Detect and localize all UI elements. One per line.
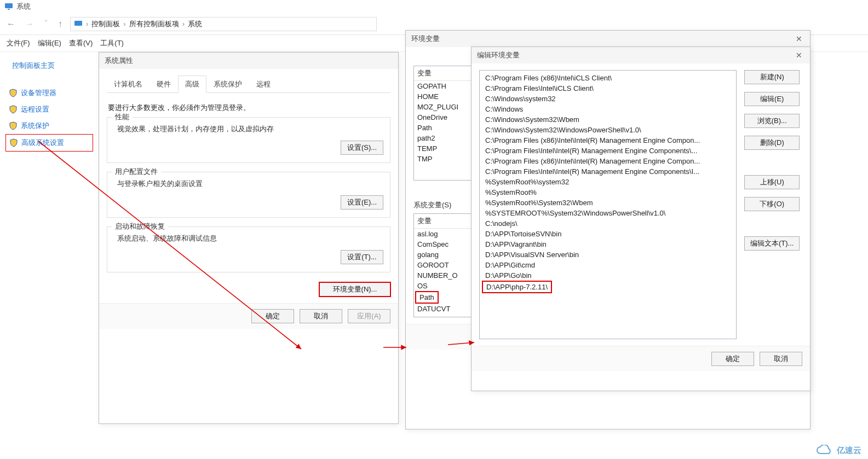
- list-item[interactable]: GOPATH: [414, 81, 472, 91]
- history-dropdown[interactable]: ˅: [42, 16, 50, 31]
- path-entry[interactable]: D:\APP\Vagrant\bin: [480, 239, 736, 249]
- tab-advanced[interactable]: 高级: [178, 75, 206, 93]
- list-item[interactable]: golang: [414, 249, 472, 260]
- menu-view[interactable]: 查看(V): [69, 38, 93, 48]
- delete-button[interactable]: 删除(D): [744, 136, 800, 150]
- list-item[interactable]: asl.log: [414, 229, 472, 239]
- list-item[interactable]: MOZ_PLUGI: [414, 102, 472, 112]
- shield-icon: [9, 105, 18, 114]
- list-item[interactable]: GOROOT: [414, 260, 472, 270]
- sidebar-item-remote[interactable]: 远程设置: [5, 101, 93, 118]
- sysprops-note: 要进行大多数更改，你必须作为管理员登录。: [107, 98, 390, 117]
- path-entry[interactable]: C:\Windows\system32: [480, 94, 736, 104]
- user-vars-list[interactable]: 变量 GOPATHHOMEMOZ_PLUGIOneDrivePathpath2T…: [413, 66, 473, 181]
- userprof-settings-button[interactable]: 设置(E)...: [341, 195, 383, 210]
- path-entry[interactable]: C:\Program Files\Intel\Intel(R) Manageme…: [480, 146, 736, 156]
- edit-text-button[interactable]: 编辑文本(T)...: [744, 236, 800, 251]
- sidebar-item-label: 设备管理器: [21, 88, 56, 98]
- edit-button[interactable]: 编辑(E): [744, 92, 800, 106]
- breadcrumb-2[interactable]: 系统: [188, 19, 202, 29]
- move-up-button[interactable]: 上移(U): [744, 175, 800, 189]
- apply-button[interactable]: 应用(A): [348, 309, 390, 323]
- breadcrumb-0[interactable]: 控制面板: [91, 19, 120, 29]
- editenv-footer: 确定 取消: [472, 346, 810, 371]
- list-item[interactable]: OneDrive: [414, 112, 472, 123]
- path-entry[interactable]: C:\Program Files\Intel\Intel(R) Manageme…: [480, 166, 736, 177]
- shield-icon: [9, 121, 18, 130]
- cloud-icon: [816, 445, 833, 456]
- tab-remote[interactable]: 远程: [249, 75, 278, 92]
- path-entry[interactable]: %SYSTEMROOT%\System32\WindowsPowerShell\…: [480, 208, 736, 218]
- path-entry[interactable]: C:\nodejs\: [480, 218, 736, 229]
- tab-protection[interactable]: 系统保护: [206, 75, 249, 92]
- monitor-icon: [4, 2, 13, 11]
- breadcrumb-sep: ›: [86, 20, 88, 28]
- menu-tools[interactable]: 工具(T): [100, 38, 124, 48]
- address-bar[interactable]: › 控制面板 › 所有控制面板项 › 系统: [70, 17, 377, 31]
- menu-file[interactable]: 文件(F): [7, 38, 30, 48]
- path-entry[interactable]: C:\Program Files (x86)\Intel\iCLS Client…: [480, 73, 736, 83]
- path-entry[interactable]: C:\Program Files\Intel\iCLS Client\: [480, 83, 736, 94]
- path-entry[interactable]: C:\Windows: [480, 104, 736, 114]
- sysprops-footer: 确定 取消 应用(A): [99, 303, 398, 329]
- cancel-button[interactable]: 取消: [300, 309, 342, 323]
- up-button[interactable]: ↑: [56, 17, 65, 31]
- list-item[interactable]: path2: [414, 133, 472, 143]
- close-icon[interactable]: ✕: [794, 34, 804, 43]
- path-entry[interactable]: %SystemRoot%\System32\Wbem: [480, 197, 736, 208]
- perf-settings-button[interactable]: 设置(S)...: [341, 141, 383, 155]
- env-variables-button[interactable]: 环境变量(N)...: [319, 282, 390, 297]
- sys-vars-list[interactable]: 变量 asl.logComSpecgolangGOROOTNUMBER_OOSP…: [413, 213, 473, 317]
- breadcrumb-1[interactable]: 所有控制面板项: [129, 19, 179, 29]
- path-entry[interactable]: D:\APP\php-7.2.11\: [483, 282, 551, 292]
- group-user-profile: 用户配置文件 与登录帐户相关的桌面设置 设置(E)...: [107, 172, 390, 218]
- path-entry[interactable]: C:\Windows\System32\WindowsPowerShell\v1…: [480, 125, 736, 135]
- envdlg-titlebar: 环境变量 ✕: [406, 31, 810, 47]
- group-startup: 启动和故障恢复 系统启动、系统故障和调试信息 设置(T)...: [107, 226, 390, 272]
- sidebar-item-label: 高级系统设置: [21, 138, 64, 148]
- group-performance: 性能 视觉效果，处理器计划，内存使用，以及虚拟内存 设置(S)...: [107, 117, 390, 163]
- path-entry[interactable]: C:\Program Files (x86)\Intel\Intel(R) Ma…: [480, 156, 736, 166]
- list-item[interactable]: ComSpec: [414, 239, 472, 249]
- tab-hardware[interactable]: 硬件: [150, 75, 178, 92]
- list-item[interactable]: OS: [414, 281, 472, 291]
- list-item[interactable]: NUMBER_O: [414, 270, 472, 281]
- browse-button[interactable]: 浏览(B)...: [744, 114, 800, 128]
- path-entry[interactable]: C:\Program Files (x86)\Intel\Intel(R) Ma…: [480, 135, 736, 146]
- sysprops-title: 系统属性: [99, 53, 398, 69]
- sidebar-item-advanced[interactable]: 高级系统设置: [5, 134, 93, 152]
- path-entry[interactable]: %SystemRoot%: [480, 187, 736, 197]
- move-down-button[interactable]: 下移(O): [744, 197, 800, 211]
- menu-edit[interactable]: 编辑(E): [38, 38, 61, 48]
- svg-rect-1: [8, 9, 10, 10]
- forward-button[interactable]: →: [23, 17, 36, 31]
- path-entry[interactable]: D:\APP\VisualSVN Server\bin: [480, 249, 736, 260]
- list-item[interactable]: Path: [414, 123, 472, 133]
- path-entries-list[interactable]: C:\Program Files (x86)\Intel\iCLS Client…: [479, 70, 737, 339]
- close-icon[interactable]: ✕: [794, 51, 804, 60]
- back-button[interactable]: ←: [4, 17, 18, 31]
- new-button[interactable]: 新建(N): [744, 70, 800, 84]
- path-entry[interactable]: D:\APP\Go\bin: [480, 270, 736, 281]
- sidebar-item-protection[interactable]: 系统保护: [5, 118, 93, 134]
- list-item[interactable]: HOME: [414, 91, 472, 102]
- cancel-button[interactable]: 取消: [760, 352, 802, 366]
- path-entry[interactable]: %SystemRoot%\system32: [480, 177, 736, 187]
- ok-button[interactable]: 确定: [251, 309, 294, 323]
- startup-settings-button[interactable]: 设置(T)...: [341, 250, 383, 264]
- list-item[interactable]: DATUCVT: [414, 304, 472, 314]
- list-item[interactable]: TMP: [414, 154, 472, 164]
- ok-button[interactable]: 确定: [711, 352, 754, 366]
- path-entry[interactable]: D:\APP\Git\cmd: [480, 260, 736, 270]
- path-entry[interactable]: D:\APP\TortoiseSVN\bin: [480, 229, 736, 239]
- sidebar-item-device-manager[interactable]: 设备管理器: [5, 85, 93, 101]
- sysprops-tabs: 计算机名 硬件 高级 系统保护 远程: [107, 75, 390, 93]
- sidebar: 控制面板主页 设备管理器 远程设置 系统保护 高级系统设置: [5, 57, 93, 152]
- tab-computer-name[interactable]: 计算机名: [107, 75, 150, 92]
- path-entry[interactable]: C:\Windows\System32\Wbem: [480, 114, 736, 125]
- list-item[interactable]: Path: [416, 292, 438, 303]
- sidebar-item-label: 系统保护: [21, 121, 49, 131]
- sidebar-item-label: 远程设置: [21, 104, 49, 114]
- editenv-titlebar: 编辑环境变量 ✕: [472, 47, 810, 63]
- list-item[interactable]: TEMP: [414, 143, 472, 154]
